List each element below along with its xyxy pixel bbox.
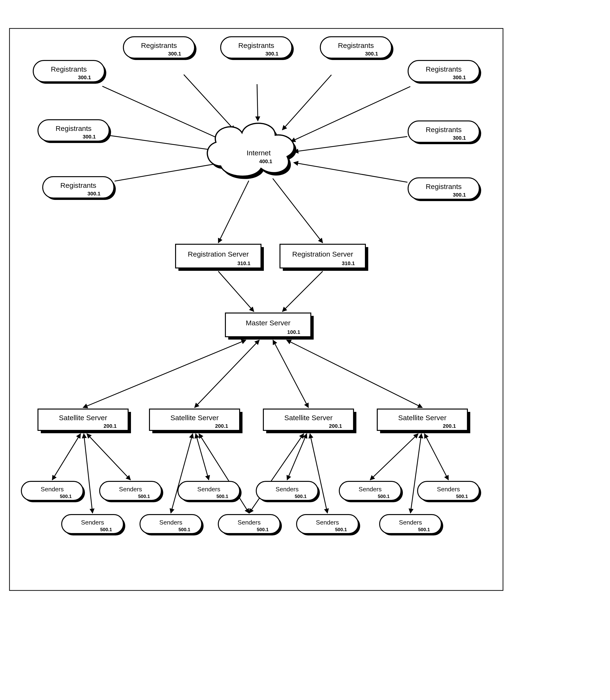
connector [102, 86, 226, 142]
registrant-5-label: Registrants [55, 124, 92, 132]
sender-r1-3-label: Senders [276, 486, 299, 493]
connector [218, 181, 249, 243]
satellite-server-3-label: Satellite Server [398, 414, 446, 422]
sender-r1-1-label: Senders [119, 486, 142, 493]
network-diagram: Registrants300.1Registrants300.1Registra… [0, 0, 515, 591]
registrant-2-label: Registrants [238, 41, 274, 49]
outer-frame [10, 29, 503, 590]
sender-r1-0-ref: 500.1 [60, 494, 71, 499]
registration-server-0-ref: 310.1 [237, 260, 250, 266]
shapes-layer: Registrants300.1Registrants300.1Registra… [21, 37, 481, 535]
sender-r2-4-ref: 500.1 [418, 527, 430, 532]
sender-r2-4-label: Senders [399, 519, 422, 526]
registrant-2-ref: 300.1 [265, 51, 278, 57]
satellite-server-2-label: Satellite Server [284, 414, 333, 422]
sender-r1-3-ref: 500.1 [295, 494, 307, 499]
satellite-server-2-ref: 200.1 [329, 423, 342, 429]
connector [287, 434, 307, 480]
connector [370, 434, 418, 480]
sender-r2-3-label: Senders [316, 519, 339, 526]
connector [282, 75, 332, 130]
connector [195, 340, 259, 407]
connector [282, 271, 323, 312]
connector [257, 84, 258, 121]
connector [218, 271, 254, 312]
connector [110, 136, 223, 151]
registrant-4-label: Registrants [426, 65, 462, 73]
sender-r1-1-ref: 500.1 [138, 494, 150, 499]
registrant-3-label: Registrants [338, 41, 374, 49]
sender-r2-1-ref: 500.1 [178, 527, 190, 532]
registrant-1-ref: 300.1 [168, 51, 181, 57]
sender-r1-5-ref: 500.1 [456, 494, 468, 499]
connector [184, 74, 235, 130]
sender-r1-4-label: Senders [359, 486, 382, 493]
registrant-6-ref: 300.1 [453, 135, 466, 141]
connector [87, 434, 130, 480]
satellite-server-1-label: Satellite Server [170, 414, 219, 422]
registrant-7-ref: 300.1 [87, 191, 100, 197]
internet-cloud-label: Internet [246, 149, 271, 157]
satellite-server-0-label: Satellite Server [59, 414, 107, 422]
sender-r2-0-label: Senders [81, 519, 104, 526]
sender-r1-2-ref: 500.1 [216, 494, 228, 499]
satellite-server-3-ref: 200.1 [443, 423, 456, 429]
sender-r2-0-ref: 500.1 [100, 527, 112, 532]
registrant-1-label: Registrants [141, 41, 177, 49]
connector [196, 434, 209, 480]
sender-r1-2-label: Senders [197, 486, 221, 493]
registrant-8-ref: 300.1 [453, 192, 466, 198]
registration-server-0-label: Registration Server [188, 250, 249, 258]
sender-r1-0-label: Senders [41, 486, 64, 493]
connector [291, 86, 410, 141]
satellite-server-0-ref: 200.1 [103, 423, 116, 429]
connector [294, 163, 407, 182]
sender-r2-2-label: Senders [238, 519, 261, 526]
connector [84, 434, 93, 513]
connector [52, 434, 81, 480]
connector [411, 434, 421, 513]
sender-r1-4-ref: 500.1 [378, 494, 389, 499]
connector [294, 137, 407, 152]
registrant-5-ref: 300.1 [83, 134, 96, 140]
sender-r2-3-ref: 500.1 [335, 527, 347, 532]
connector [83, 340, 246, 407]
master-server-ref: 100.1 [287, 329, 300, 335]
connector [287, 340, 422, 407]
connector [424, 434, 448, 480]
sender-r2-2-ref: 500.1 [257, 527, 269, 532]
registration-server-1-ref: 310.1 [342, 260, 355, 266]
registration-server-1-label: Registration Server [292, 250, 353, 258]
registrant-8-label: Registrants [426, 183, 462, 190]
sender-r2-1-label: Senders [159, 519, 182, 526]
master-server-label: Master Server [246, 319, 290, 327]
registrant-4-ref: 300.1 [453, 74, 466, 80]
connector [115, 163, 224, 181]
connector [273, 179, 323, 243]
registrant-0-ref: 300.1 [78, 74, 91, 80]
internet-cloud-ref: 400.1 [259, 159, 272, 164]
sender-r1-5-label: Senders [437, 486, 460, 493]
registrant-0-label: Registrants [51, 65, 87, 73]
satellite-server-1-ref: 200.1 [215, 423, 228, 429]
registrant-3-ref: 300.1 [365, 51, 378, 57]
registrant-6-label: Registrants [426, 126, 462, 133]
registrant-7-label: Registrants [60, 181, 96, 189]
connector [273, 340, 308, 407]
